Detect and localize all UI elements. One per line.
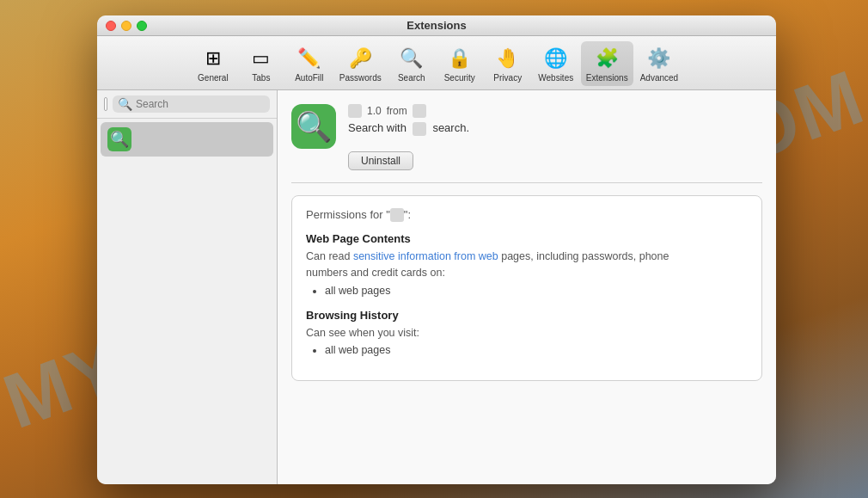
toolbar-item-tabs[interactable]: ▭ Tabs (238, 41, 284, 86)
list-item: all web pages (325, 344, 748, 356)
search-suffix: search. (432, 121, 469, 134)
permissions-name-pill: ​ (390, 208, 404, 222)
extension-header: 🔍 ​ 1.0 from ​ Search with ​ search. (291, 104, 762, 183)
autofill-icon: ✏️ (296, 45, 323, 72)
sensitive-info-link[interactable]: sensitive information from web (353, 250, 498, 262)
safari-window: Extensions ⊞ General ▭ Tabs ✏️ AutoFill … (97, 15, 776, 484)
toolbar-item-general[interactable]: ⊞ General (190, 41, 236, 86)
security-label: Security (444, 73, 475, 83)
toolbar-item-advanced[interactable]: ⚙️ Advanced (635, 41, 683, 86)
toolbar: ⊞ General ▭ Tabs ✏️ AutoFill 🔑 Passwords… (97, 36, 776, 90)
extension-name-pill: ​ (348, 104, 362, 118)
toolbar-item-search[interactable]: 🔍 Search (388, 41, 435, 86)
main-panel: 🔍 ​ 1.0 from ​ Search with ​ search. (278, 90, 776, 484)
websites-icon: 🌐 (542, 45, 570, 72)
extension-desc-name-pill: ​ (413, 122, 426, 136)
uninstall-button[interactable]: Uninstall (348, 151, 413, 170)
passwords-label: Passwords (339, 73, 382, 83)
web-page-contents-desc: Can read sensitive information from web … (306, 249, 748, 281)
security-icon: 🔒 (446, 45, 474, 72)
extension-from: from (387, 105, 407, 117)
list-item: all web pages (325, 285, 748, 297)
enable-all-checkbox[interactable] (104, 97, 107, 111)
can-read-label: Can read (306, 250, 353, 262)
maximize-button[interactable] (137, 21, 147, 31)
toolbar-item-privacy[interactable]: 🤚 Privacy (485, 41, 531, 86)
toolbar-item-passwords[interactable]: 🔑 Passwords (334, 41, 387, 86)
sidebar-search-icon: 🔍 (118, 97, 132, 111)
browsing-history-title: Browsing History (306, 309, 748, 322)
passwords-icon: 🔑 (346, 45, 374, 72)
permissions-suffix: ": (404, 208, 411, 221)
title-bar: Extensions (97, 15, 776, 36)
extension-header-icon: 🔍 (291, 104, 336, 149)
web-page-contents-group: Web Page Contents Can read sensitive inf… (306, 232, 748, 297)
extension-list: 🔍 (97, 119, 277, 484)
toolbar-item-security[interactable]: 🔒 Security (437, 41, 483, 86)
content-area: 🔍 🔍 🔍 ​ 1.0 from ​ (97, 90, 776, 484)
extension-source-pill: ​ (413, 104, 426, 118)
web-page-item: all web pages (325, 285, 390, 297)
web-page-contents-list: all web pages (306, 285, 748, 297)
toolbar-item-websites[interactable]: 🌐 Websites (533, 41, 579, 86)
list-item[interactable]: 🔍 (101, 122, 273, 157)
autofill-label: AutoFill (295, 73, 323, 83)
extension-title-row: ​ 1.0 from ​ (348, 104, 762, 118)
permissions-section: Permissions for "​": Web Page Contents C… (291, 195, 762, 382)
extension-version: 1.0 (367, 105, 382, 117)
advanced-icon: ⚙️ (645, 45, 673, 72)
toolbar-item-autofill[interactable]: ✏️ AutoFill (286, 41, 333, 86)
advanced-label: Advanced (640, 73, 678, 83)
traffic-lights (106, 21, 147, 31)
toolbar-item-extensions[interactable]: 🧩 Extensions (581, 41, 633, 86)
general-label: General (198, 73, 229, 83)
extensions-label: Extensions (586, 73, 628, 83)
browsing-history-desc: Can see when you visit: (306, 325, 748, 341)
general-icon: ⊞ (199, 45, 227, 72)
websites-label: Websites (538, 73, 573, 83)
window-title: Extensions (406, 19, 466, 32)
extension-header-info: ​ 1.0 from ​ Search with ​ search. Unins… (348, 104, 762, 170)
privacy-label: Privacy (493, 73, 522, 83)
close-button[interactable] (106, 21, 116, 31)
permissions-prefix: Permissions for " (306, 208, 390, 221)
browsing-history-group: Browsing History Can see when you visit:… (306, 309, 748, 357)
sidebar-toolbar: 🔍 (97, 90, 277, 119)
privacy-icon: 🤚 (494, 45, 522, 72)
sidebar-search-box[interactable]: 🔍 (113, 95, 270, 113)
uninstall-row: Uninstall (348, 143, 762, 170)
sidebar-search-input[interactable] (136, 98, 265, 110)
extension-icon: 🔍 (107, 127, 131, 151)
browsing-history-item: all web pages (325, 344, 390, 356)
search-with-label: Search with (348, 121, 406, 134)
browsing-history-list: all web pages (306, 344, 748, 356)
tabs-icon: ▭ (248, 45, 275, 72)
minimize-button[interactable] (121, 21, 131, 31)
sidebar: 🔍 🔍 (97, 90, 278, 484)
extensions-icon: 🧩 (593, 45, 620, 72)
search-icon: 🔍 (398, 45, 425, 72)
search-label: Search (398, 73, 425, 83)
tabs-label: Tabs (252, 73, 270, 83)
permissions-title: Permissions for "​": (306, 208, 748, 223)
extension-description: Search with ​ search. (348, 121, 762, 136)
web-page-contents-title: Web Page Contents (306, 232, 748, 245)
